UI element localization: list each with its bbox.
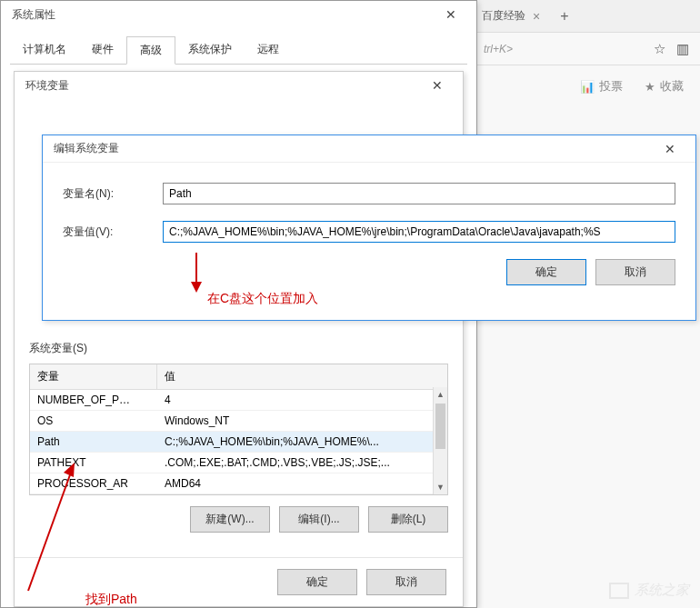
table-scrollbar[interactable]: ▲ ▼: [433, 387, 447, 494]
table-header: 变量 值: [30, 364, 447, 390]
tab-remote[interactable]: 远程: [245, 36, 292, 65]
edit-title-bar: 编辑系统变量 ✕: [43, 135, 695, 163]
system-vars-buttons: 新建(W)... 编辑(I)... 删除(L): [29, 506, 448, 533]
cell-value: Windows_NT: [157, 411, 447, 431]
addr-icons: ☆ ▥: [654, 41, 689, 57]
table-row[interactable]: NUMBER_OF_P… 4: [30, 390, 447, 411]
close-button[interactable]: ✕: [433, 2, 469, 27]
sys-props-tabs: 计算机名 硬件 高级 系统保护 远程: [10, 35, 467, 65]
system-vars-label: 系统变量(S): [29, 341, 448, 356]
addr-hint: trl+K>: [484, 43, 513, 55]
cancel-button[interactable]: 取消: [595, 259, 675, 285]
svg-marker-1: [191, 282, 202, 293]
variable-value-row: 变量值(V):: [63, 221, 675, 243]
edit-body: 变量名(N): 变量值(V): 确定 取消: [43, 163, 695, 298]
favorite-action[interactable]: ★ 收藏: [645, 78, 684, 95]
cancel-button[interactable]: 取消: [366, 569, 446, 595]
browser-address-bar[interactable]: trl+K> ☆ ▥: [473, 33, 700, 65]
col-header-variable[interactable]: 变量: [30, 364, 157, 389]
cell-name: NUMBER_OF_P…: [30, 390, 157, 410]
browser-tab-bar: 百度经验 × +: [473, 0, 700, 33]
reading-list-icon[interactable]: ▥: [676, 41, 689, 57]
watermark-icon: [609, 583, 629, 599]
scroll-down-icon[interactable]: ▼: [434, 480, 447, 494]
svg-line-2: [28, 470, 72, 591]
table-row[interactable]: PATHEXT .COM;.EXE;.BAT;.CMD;.VBS;.VBE;.J…: [30, 453, 447, 473]
tab-advanced[interactable]: 高级: [126, 36, 175, 65]
ok-button[interactable]: 确定: [277, 569, 357, 595]
tab-title: 百度经验: [482, 8, 525, 24]
scroll-thumb[interactable]: [435, 404, 445, 449]
cell-value: 4: [157, 390, 447, 410]
window-title: 编辑系统变量: [54, 141, 119, 156]
edit-dialog-buttons: 确定 取消: [63, 259, 675, 285]
star-icon: ★: [645, 80, 655, 94]
variable-name-label: 变量名(N):: [63, 186, 163, 202]
svg-marker-3: [64, 463, 75, 477]
variable-name-input[interactable]: [163, 183, 675, 204]
scroll-up-icon[interactable]: ▲: [434, 387, 447, 402]
cell-name: Path: [30, 432, 157, 452]
col-header-value[interactable]: 值: [157, 364, 447, 389]
close-button[interactable]: ✕: [419, 73, 455, 98]
edit-button[interactable]: 编辑(I)...: [279, 506, 359, 533]
sys-props-title-bar: 系统属性 ✕: [1, 1, 476, 28]
tab-hardware[interactable]: 硬件: [79, 36, 126, 65]
system-vars-table-wrapper: 变量 值 NUMBER_OF_P… 4 OS Windows_NT Path C…: [29, 364, 448, 495]
variable-value-label: 变量值(V):: [63, 224, 163, 240]
watermark: 系统之家: [609, 582, 689, 599]
cell-name: OS: [30, 411, 157, 431]
close-button[interactable]: ✕: [652, 136, 688, 162]
new-button[interactable]: 新建(W)...: [190, 506, 270, 533]
watermark-text: 系统之家: [635, 582, 689, 599]
env-title-bar: 环境变量 ✕: [15, 72, 463, 99]
cell-value: .COM;.EXE;.BAT;.CMD;.VBS;.VBE;.JS;.JSE;.…: [157, 453, 447, 473]
tab-close-icon[interactable]: ×: [533, 9, 540, 24]
table-row[interactable]: PROCESSOR_AR AMD64: [30, 473, 447, 494]
favorite-label: 收藏: [660, 78, 684, 95]
chart-icon: 📊: [580, 80, 595, 94]
table-row-path[interactable]: Path C:;%JAVA_HOME%\bin;%JAVA_HOME%\...: [30, 432, 447, 453]
tab-system-protection[interactable]: 系统保护: [175, 36, 245, 65]
cell-value: AMD64: [157, 473, 447, 493]
tab-computer-name[interactable]: 计算机名: [10, 36, 79, 65]
vote-action[interactable]: 📊 投票: [580, 78, 623, 95]
window-title: 环境变量: [25, 78, 69, 94]
cell-value: C:;%JAVA_HOME%\bin;%JAVA_HOME%\...: [157, 432, 447, 452]
ok-button[interactable]: 确定: [506, 259, 586, 285]
browser-tab[interactable]: 百度经验 ×: [473, 0, 549, 32]
vote-label: 投票: [599, 78, 623, 95]
window-title: 系统属性: [12, 7, 55, 23]
variable-value-input[interactable]: [163, 221, 675, 243]
bookmark-star-icon[interactable]: ☆: [654, 41, 665, 57]
annotation-arrow-down: [187, 253, 205, 293]
page-actions: 📊 投票 ★ 收藏: [473, 65, 700, 107]
system-vars-table: 变量 值 NUMBER_OF_P… 4 OS Windows_NT Path C…: [29, 364, 448, 495]
variable-name-row: 变量名(N):: [63, 183, 675, 204]
table-row[interactable]: OS Windows_NT: [30, 411, 447, 432]
annotation-arrow-diagonal: [22, 459, 85, 598]
edit-system-variable-dialog: 编辑系统变量 ✕ 变量名(N): 变量值(V): 确定 取消: [42, 135, 696, 321]
new-tab-button[interactable]: +: [549, 8, 579, 25]
delete-button[interactable]: 删除(L): [368, 506, 448, 533]
